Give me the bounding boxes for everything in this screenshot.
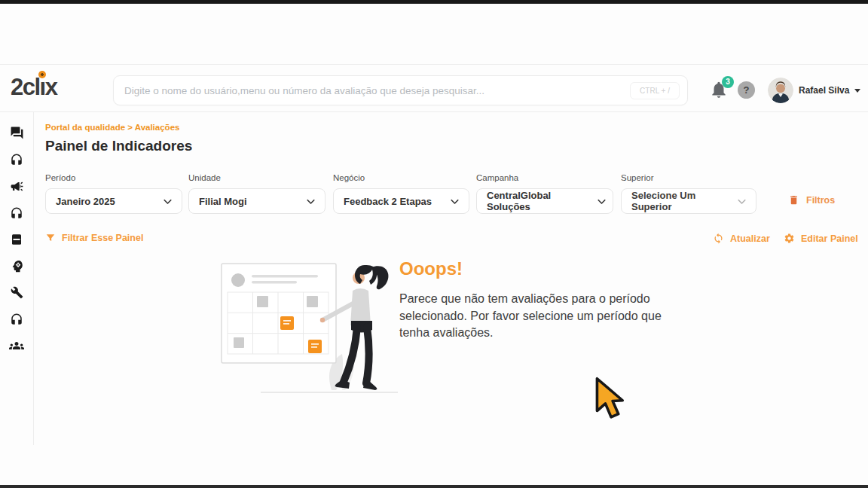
filter-unidade: Unidade Filial Mogi (188, 173, 326, 214)
filter-label: Período (45, 173, 182, 182)
headset-icon (10, 153, 23, 166)
mind-gear-icon (10, 259, 24, 273)
comments-icon (10, 126, 24, 140)
filter-label: Campanha (476, 173, 613, 182)
chevron-down-icon (735, 195, 748, 208)
chevron-down-icon (161, 195, 174, 208)
logo-text-x: x (45, 74, 57, 100)
campanha-select[interactable]: CentralGlobal Soluções (476, 188, 613, 214)
sidebar-item-comments[interactable] (0, 120, 34, 146)
empty-state-title: Ooops! (399, 258, 690, 279)
wrench-icon (11, 286, 23, 299)
filter-periodo: Período Janeiro 2025 (45, 173, 182, 214)
letterbox-top (0, 0, 868, 4)
chevron-down-icon (304, 195, 317, 208)
edit-panel-button[interactable]: Editar Painel (784, 233, 858, 244)
chevron-down-icon (448, 195, 461, 208)
headset-icon (10, 206, 23, 220)
negocio-value: Feedback 2 Etapas (344, 196, 432, 207)
notifications-button[interactable]: 3 (709, 80, 732, 102)
refresh-label: Atualizar (730, 233, 770, 244)
sidebar-item-book[interactable] (0, 226, 34, 252)
logo-dot-icon (38, 71, 46, 78)
superior-select[interactable]: Selecione Um Superior (621, 188, 756, 214)
edit-panel-label: Editar Painel (801, 233, 858, 244)
periodo-select[interactable]: Janeiro 2025 (45, 188, 182, 214)
funnel-icon (45, 233, 56, 243)
sidebar-item-headset-3[interactable] (0, 306, 34, 332)
app-top-divider (0, 64, 868, 65)
empty-state-text: Ooops! Parece que não tem avaliações par… (399, 258, 690, 342)
avatar-photo (768, 78, 793, 103)
megaphone-icon (10, 179, 24, 194)
woman-calendar-illustration (217, 255, 404, 398)
mouse-cursor (592, 377, 627, 423)
sidebar-item-tools[interactable] (0, 279, 34, 306)
letterbox-bottom (0, 485, 868, 488)
search-input[interactable] (114, 76, 630, 105)
sidebar (0, 112, 34, 445)
filter-label: Superior (621, 173, 756, 182)
notification-badge: 3 (722, 76, 734, 88)
chevron-down-icon (854, 89, 860, 93)
trash-icon (788, 194, 799, 206)
gear-icon (784, 233, 795, 244)
cursor-arrow-icon (592, 377, 627, 420)
periodo-value: Janeiro 2025 (56, 196, 115, 207)
negocio-select[interactable]: Feedback 2 Etapas (333, 188, 469, 214)
refresh-icon (713, 233, 724, 244)
user-menu[interactable]: Rafael Silva (799, 85, 860, 96)
filter-panel-button[interactable]: Filtrar Esse Painel (45, 233, 143, 243)
headset-icon (10, 313, 23, 326)
page-title: Painel de Indicadores (45, 138, 192, 154)
filter-label: Unidade (188, 173, 326, 182)
search-shortcut-hint: CTRL + / (630, 82, 680, 99)
user-name: Rafael Silva (799, 85, 849, 96)
chevron-down-icon (595, 195, 608, 208)
sidebar-item-headset-1[interactable] (0, 146, 34, 172)
avatar[interactable] (768, 78, 793, 103)
unidade-select[interactable]: Filial Mogi (188, 188, 326, 214)
people-icon (9, 338, 24, 353)
app-logo[interactable]: 2clıx (11, 74, 57, 101)
logo-text: 2cl (11, 74, 40, 100)
book-icon (10, 233, 23, 246)
clear-filters-label: Filtros (806, 195, 835, 206)
sidebar-item-mind[interactable] (0, 252, 34, 279)
sidebar-item-headset-2[interactable] (0, 200, 34, 226)
sidebar-item-megaphone[interactable] (0, 173, 34, 200)
sidebar-item-people[interactable] (0, 332, 34, 358)
filter-campanha: Campanha CentralGlobal Soluções (476, 173, 613, 214)
refresh-button[interactable]: Atualizar (713, 233, 770, 244)
campanha-value: CentralGlobal Soluções (487, 190, 595, 212)
empty-state-message: Parece que não tem avaliações para o per… (399, 291, 690, 342)
breadcrumb[interactable]: Portal da qualidade > Avaliações (45, 123, 179, 132)
unidade-value: Filial Mogi (199, 196, 247, 207)
filter-label: Negócio (333, 173, 469, 182)
filter-panel-label: Filtrar Esse Painel (62, 233, 143, 243)
global-search-bar[interactable]: CTRL + / (113, 75, 688, 105)
screen: 2clıx CTRL + / 3 ? Rafael Silva (0, 0, 868, 488)
clear-filters-button[interactable]: Filtros (788, 194, 835, 206)
header-divider (0, 111, 868, 112)
help-button[interactable]: ? (738, 81, 755, 99)
filter-superior: Superior Selecione Um Superior (621, 173, 756, 214)
superior-value: Selecione Um Superior (631, 190, 735, 212)
filter-negocio: Negócio Feedback 2 Etapas (333, 173, 469, 214)
empty-state-illustration (217, 255, 404, 401)
